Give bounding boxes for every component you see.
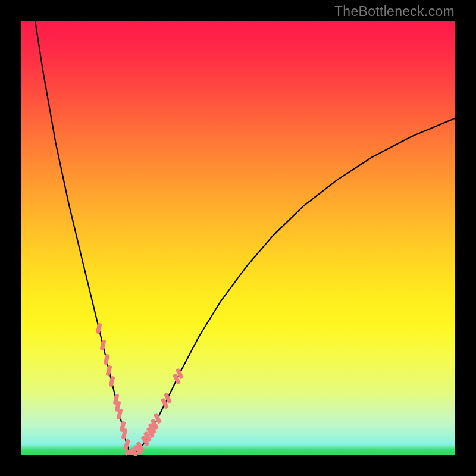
watermark-text: TheBottleneck.com [334, 4, 455, 20]
plot-gradient-area [21, 21, 455, 455]
chart-frame: TheBottleneck.com [0, 0, 476, 476]
